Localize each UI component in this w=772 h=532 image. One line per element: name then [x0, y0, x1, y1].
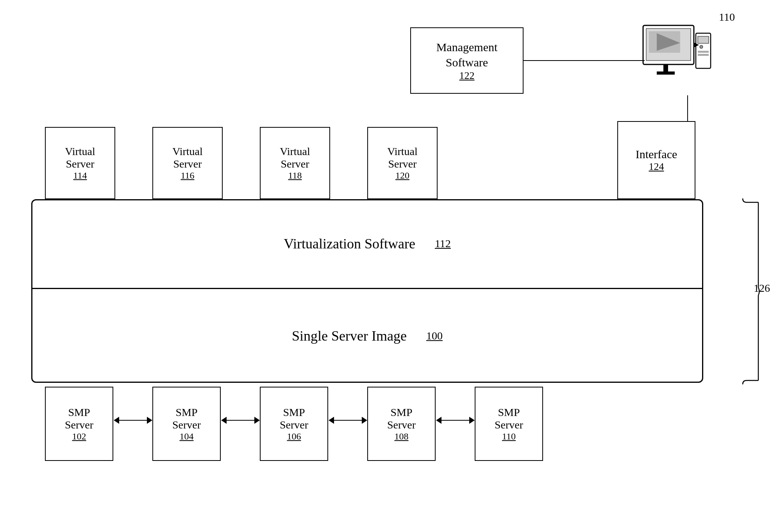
- virtual-server-116-ref: 116: [180, 170, 194, 181]
- virtualization-software-label: Virtualization Software: [284, 236, 415, 252]
- smp-server-box-104: SMPServer 104: [152, 387, 221, 461]
- management-software-ref: 122: [459, 70, 475, 82]
- arrow-left-icon: [329, 417, 334, 424]
- diagram: 110 ManagementSoftware 122: [0, 0, 772, 532]
- smp-server-104-label: SMPServer: [172, 406, 201, 431]
- interface-ref: 124: [649, 161, 664, 173]
- smp-arrow-1: [114, 420, 152, 421]
- smp-server-110-label: SMPServer: [495, 406, 523, 431]
- horizontal-line-mgmt: [524, 60, 645, 61]
- smp-arrow-3: [329, 420, 366, 421]
- smp-server-108-ref: 108: [395, 431, 409, 442]
- smp-server-box-106: SMPServer 106: [260, 387, 328, 461]
- single-server-image-row: Single Server Image 100: [31, 289, 703, 383]
- svg-rect-7: [698, 36, 709, 43]
- arrow-right-icon: [362, 417, 367, 424]
- smp-server-102-ref: 102: [72, 431, 86, 442]
- smp-server-106-label: SMPServer: [280, 406, 308, 431]
- arrow-left-icon: [221, 417, 227, 424]
- smp-server-110-ref: 110: [502, 431, 516, 442]
- virtual-server-114-label: VirtualServer: [65, 145, 95, 170]
- arrow-right-icon: [469, 417, 475, 424]
- smp-server-104-ref: 104: [180, 431, 194, 442]
- single-server-image-label: Single Server Image: [292, 328, 407, 344]
- virtual-server-118-ref: 118: [288, 170, 302, 181]
- management-software-box: ManagementSoftware 122: [410, 27, 524, 94]
- smp-server-box-102: SMPServer 102: [45, 387, 113, 461]
- virtual-server-box-114: VirtualServer 114: [45, 127, 115, 199]
- smp-arrow-2: [222, 420, 259, 421]
- svg-rect-9: [698, 51, 709, 53]
- smp-server-box-108: SMPServer 108: [367, 387, 436, 461]
- smp-server-box-110: SMPServer 110: [475, 387, 543, 461]
- smp-arrow-4: [437, 420, 474, 421]
- virtual-server-box-116: VirtualServer 116: [152, 127, 223, 199]
- svg-rect-5: [657, 71, 675, 75]
- smp-server-108-label: SMPServer: [387, 406, 416, 431]
- virtual-server-box-118: VirtualServer 118: [260, 127, 330, 199]
- arrow-left-icon: [436, 417, 441, 424]
- interface-label: Interface: [636, 148, 677, 161]
- single-server-image-ref: 100: [426, 330, 443, 342]
- virtual-server-120-ref: 120: [395, 170, 409, 181]
- virtualization-software-ref: 112: [435, 237, 451, 250]
- virtualization-software-row: Virtualization Software 112: [31, 199, 703, 289]
- arrow-right-icon: [254, 417, 260, 424]
- smp-server-106-ref: 106: [287, 431, 301, 442]
- computer-icon: [635, 21, 713, 96]
- management-software-label: ManagementSoftware: [436, 39, 498, 70]
- svg-point-8: [700, 45, 703, 48]
- smp-server-102-label: SMPServer: [65, 406, 93, 431]
- virtual-server-114-ref: 114: [73, 170, 87, 181]
- interface-box: Interface 124: [617, 121, 695, 199]
- svg-rect-4: [663, 64, 668, 72]
- virtual-server-116-label: VirtualServer: [172, 145, 203, 170]
- virtual-server-box-120: VirtualServer 120: [367, 127, 438, 199]
- virtual-server-118-label: VirtualServer: [280, 145, 310, 170]
- arrow-right-icon: [147, 417, 152, 424]
- svg-rect-10: [698, 54, 709, 56]
- virtual-server-120-label: VirtualServer: [387, 145, 418, 170]
- top-ref-label: 110: [719, 11, 735, 23]
- brace-ref-label: 126: [754, 282, 770, 295]
- arrow-left-icon: [114, 417, 119, 424]
